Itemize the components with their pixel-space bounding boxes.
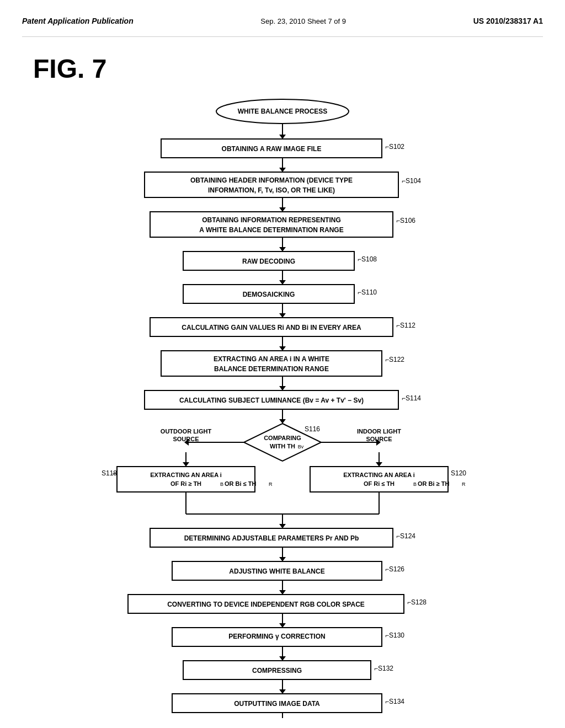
svg-text:EXTRACTING AN AREA i: EXTRACTING AN AREA i	[150, 472, 222, 478]
svg-text:⌐S132: ⌐S132	[374, 665, 393, 672]
svg-text:Bv: Bv	[298, 444, 304, 449]
svg-text:DETERMINING ADJUSTABLE PARAMET: DETERMINING ADJUSTABLE PARAMETERS Pr AND…	[184, 534, 359, 542]
svg-text:⌐S126: ⌐S126	[385, 565, 404, 573]
svg-text:⌐S114: ⌐S114	[402, 394, 421, 402]
svg-marker-99	[279, 623, 286, 628]
svg-text:S116: S116	[305, 425, 320, 433]
header-date-sheet: Sep. 23, 2010 Sheet 7 of 9	[260, 17, 346, 25]
svg-text:⌐S134: ⌐S134	[385, 698, 404, 705]
svg-marker-46	[279, 419, 286, 424]
svg-marker-104	[279, 656, 286, 661]
svg-text:CALCULATING SUBJECT LUMINANCE : CALCULATING SUBJECT LUMINANCE (Bv = Av +…	[179, 397, 364, 404]
svg-marker-30	[279, 313, 286, 318]
page: Patent Application Publication Sep. 23, …	[0, 0, 565, 728]
svg-marker-25	[279, 280, 286, 285]
svg-text:B: B	[413, 481, 417, 487]
svg-marker-3	[279, 135, 286, 139]
svg-text:BALANCE DETERMINATION RANGE: BALANCE DETERMINATION RANGE	[214, 365, 329, 373]
svg-text:⌐S110: ⌐S110	[358, 288, 377, 296]
svg-marker-71	[376, 462, 382, 467]
svg-text:CALCULATING GAIN VALUES Ri AND: CALCULATING GAIN VALUES Ri AND Bi IN EVE…	[182, 324, 361, 331]
svg-text:OR Bi ≥ TH: OR Bi ≥ TH	[418, 480, 449, 487]
svg-text:INFORMATION, F, Tv, ISO, OR TH: INFORMATION, F, Tv, ISO, OR THE LIKE)	[208, 186, 335, 194]
svg-text:EXTRACTING AN AREA i IN A WHIT: EXTRACTING AN AREA i IN A WHITE	[214, 355, 329, 363]
svg-text:OBTAINING HEADER INFORMATION (: OBTAINING HEADER INFORMATION (DEVICE TYP…	[190, 176, 353, 184]
svg-text:⌐S104: ⌐S104	[402, 177, 421, 185]
svg-text:A WHITE BALANCE DETERMINATION : A WHITE BALANCE DETERMINATION RANGE	[199, 226, 343, 234]
svg-marker-14	[279, 207, 286, 212]
svg-marker-8	[279, 168, 286, 172]
svg-text:PERFORMING γ CORRECTION: PERFORMING γ CORRECTION	[228, 633, 325, 640]
header-publication: Patent Application Publication	[22, 17, 134, 25]
svg-text:S120: S120	[451, 469, 466, 477]
svg-text:OR Bi ≤ TH: OR Bi ≤ TH	[225, 480, 256, 487]
svg-text:COMPRESSING: COMPRESSING	[252, 667, 302, 675]
svg-text:OUTDOOR LIGHT: OUTDOOR LIGHT	[161, 428, 212, 435]
svg-text:⌐S102: ⌐S102	[385, 143, 404, 151]
svg-text:⌐S106: ⌐S106	[396, 217, 415, 224]
svg-text:OBTAINING A RAW IMAGE FILE: OBTAINING A RAW IMAGE FILE	[222, 145, 322, 153]
svg-text:CONVERTING TO DEVICE INDEPENDE: CONVERTING TO DEVICE INDEPENDENT RGB COL…	[167, 601, 365, 608]
figure-label: FIG. 7	[33, 53, 543, 84]
svg-text:WITH TH: WITH TH	[270, 443, 295, 449]
svg-text:EXTRACTING AN AREA i: EXTRACTING AN AREA i	[343, 472, 415, 478]
svg-text:COMPARING: COMPARING	[264, 435, 301, 441]
svg-text:⌐S124: ⌐S124	[396, 532, 415, 540]
svg-text:OF Ri ≥ TH: OF Ri ≥ TH	[170, 480, 201, 487]
svg-text:INDOOR LIGHT: INDOOR LIGHT	[357, 428, 401, 435]
svg-marker-89	[279, 557, 286, 561]
svg-text:⌐S122: ⌐S122	[385, 356, 404, 363]
svg-rect-72	[310, 467, 448, 492]
svg-text:⌐S130: ⌐S130	[385, 631, 404, 639]
svg-marker-35	[279, 346, 286, 351]
svg-text:OUTPUTTING IMAGE DATA: OUTPUTTING IMAGE DATA	[234, 700, 320, 708]
header-patent-number: US 2010/238317 A1	[473, 17, 543, 25]
svg-marker-84	[279, 524, 286, 528]
svg-marker-20	[279, 247, 286, 251]
svg-text:OF Ri ≤ TH: OF Ri ≤ TH	[364, 480, 395, 487]
svg-text:S118: S118	[102, 469, 117, 477]
svg-text:RAW DECODING: RAW DECODING	[242, 258, 295, 265]
svg-text:⌐S112: ⌐S112	[396, 322, 415, 329]
page-header: Patent Application Publication Sep. 23, …	[22, 11, 543, 37]
svg-text:ADJUSTING WHITE BALANCE: ADJUSTING WHITE BALANCE	[229, 568, 324, 575]
svg-text:OBTAINING INFORMATION REPRESEN: OBTAINING INFORMATION REPRESENTING	[202, 216, 341, 224]
svg-marker-94	[279, 590, 286, 595]
svg-marker-41	[279, 386, 286, 390]
svg-marker-59	[183, 462, 189, 467]
svg-text:⌐S128: ⌐S128	[407, 598, 427, 606]
svg-marker-109	[279, 689, 286, 694]
svg-text:WHITE BALANCE PROCESS: WHITE BALANCE PROCESS	[238, 108, 328, 115]
svg-text:B: B	[220, 481, 223, 487]
flowchart-svg: WHITE BALANCE PROCESS OBTAINING A RAW IM…	[84, 95, 481, 718]
svg-rect-60	[117, 467, 255, 492]
svg-text:R: R	[462, 481, 466, 487]
svg-text:DEMOSAICKING: DEMOSAICKING	[243, 291, 295, 298]
svg-text:R: R	[269, 481, 273, 487]
svg-text:⌐S108: ⌐S108	[358, 255, 377, 263]
